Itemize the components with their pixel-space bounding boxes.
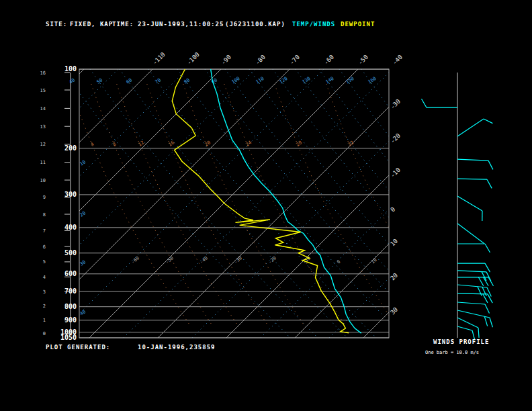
svg-text:8: 8 (43, 212, 46, 218)
site-value: FIXED, KAP (70, 21, 113, 28)
file-id: (J6231100.KAP) (225, 21, 285, 28)
plot-generated-value: 10-JAN-1996,235859 (138, 344, 216, 351)
svg-text:100: 100 (64, 65, 77, 73)
svg-text:2: 2 (43, 304, 46, 309)
site-label: SITE: (46, 21, 67, 28)
svg-text:1050: 1050 (60, 334, 77, 341)
svg-text:10: 10 (40, 178, 46, 183)
svg-text:1: 1 (43, 318, 46, 323)
svg-text:16: 16 (40, 71, 46, 76)
time-value: 23-JUN-1993,11:00:25 (138, 21, 224, 28)
svg-text:15: 15 (40, 88, 46, 93)
svg-text:0: 0 (43, 331, 46, 336)
legend-temp-winds: TEMP/WINDS (292, 21, 335, 28)
svg-text:5: 5 (43, 259, 46, 265)
time-label: TIME: (112, 21, 134, 28)
legend-dewpoint: DEWPOINT (341, 21, 375, 28)
skewt-display: 1002003004005006007008009001000105001234… (0, 0, 532, 411)
winds-profile-title: WINDS PROFILE (433, 338, 489, 345)
svg-text:13: 13 (40, 124, 46, 130)
svg-text:6: 6 (43, 244, 46, 250)
svg-text:14: 14 (40, 106, 46, 111)
svg-text:9: 9 (43, 195, 46, 200)
svg-text:12: 12 (40, 142, 46, 147)
svg-text:4: 4 (43, 275, 46, 280)
svg-text:3: 3 (43, 289, 46, 295)
winds-scale-note: One barb = 10.0 m/s (425, 350, 479, 355)
svg-text:7: 7 (43, 228, 46, 234)
svg-text:11: 11 (40, 160, 46, 165)
plot-generated-label: PLOT GENERATED: (46, 344, 110, 351)
